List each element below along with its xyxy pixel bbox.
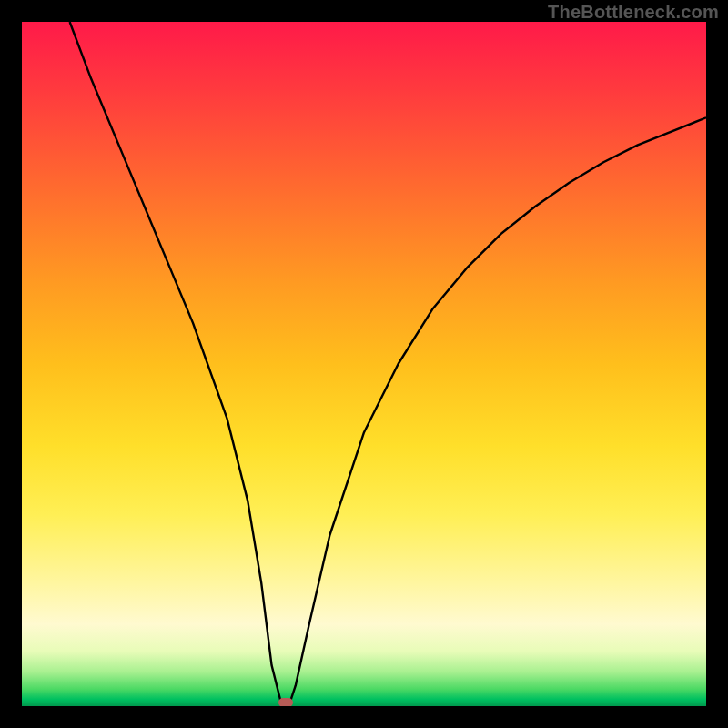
chart-frame: TheBottleneck.com xyxy=(0,0,728,728)
bottleneck-curve xyxy=(22,22,706,706)
watermark-label: TheBottleneck.com xyxy=(548,2,719,23)
plot-area xyxy=(22,22,706,706)
min-point-marker xyxy=(278,698,293,706)
